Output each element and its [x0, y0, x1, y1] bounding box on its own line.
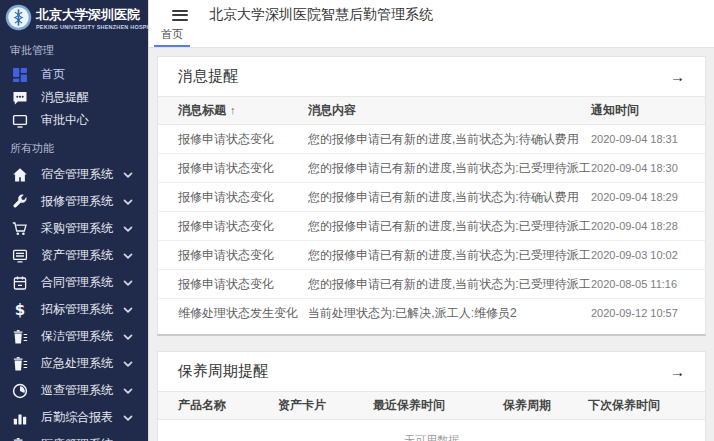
message-time-cell: 2020-09-03 10:02 — [591, 249, 685, 261]
chevron-down-icon — [122, 250, 134, 262]
calendar-icon — [12, 275, 28, 291]
trash-lines-icon — [12, 329, 28, 345]
cart-icon — [12, 221, 28, 237]
message-row[interactable]: 报修申请状态变化您的报修申请已有新的进度,当前状态为:待确认费用2020-09-… — [158, 183, 705, 212]
main-area: 北京大学深圳医院智慧后勤管理系统 首页 消息提醒 → 消息标题↑消息内容通知时间… — [148, 0, 714, 441]
column-header[interactable]: 消息标题↑ — [178, 102, 308, 119]
sidebar-item-logistics-report[interactable]: 后勤综合报表 — [0, 404, 148, 431]
sidebar-item-dormitory[interactable]: 宿舍管理系统 — [0, 161, 148, 188]
column-header[interactable]: 产品名称 — [178, 397, 278, 414]
message-row[interactable]: 报修申请状态变化您的报修申请已有新的进度,当前状态为:已受理待派工2020-09… — [158, 212, 705, 241]
message-title-cell: 报修申请状态变化 — [178, 189, 308, 206]
message-time-cell: 2020-09-04 18:29 — [591, 191, 685, 203]
bar-chart-icon — [12, 410, 28, 426]
chevron-down-icon — [122, 358, 134, 370]
hospital-emblem-icon — [5, 4, 32, 31]
message-content-cell: 您的报修申请已有新的进度,当前状态为:已受理待派工 — [308, 160, 591, 177]
sidebar-item-label: 首页 — [41, 66, 134, 83]
column-header[interactable]: 消息内容 — [308, 102, 591, 119]
message-panel: 消息提醒 → 消息标题↑消息内容通知时间 报修申请状态变化您的报修申请已有新的进… — [157, 56, 706, 336]
message-row[interactable]: 维修处理状态发生变化当前处理状态为:已解决,派工人:维修员22020-09-12… — [158, 299, 705, 327]
column-header[interactable]: 通知时间 — [591, 102, 685, 119]
sidebar-item-label: 报修管理系统 — [41, 193, 122, 210]
sidebar-item-repair[interactable]: 报修管理系统 — [0, 188, 148, 215]
sidebar-item-label: 巡查管理系统 — [41, 382, 122, 399]
message-time-cell: 2020-09-04 18:28 — [591, 220, 685, 232]
message-table-footer — [158, 327, 705, 334]
timer-icon — [12, 383, 28, 399]
svg-text:$: $ — [15, 302, 25, 318]
chevron-down-icon — [122, 223, 134, 235]
dollar-icon: $ — [12, 302, 28, 318]
maintenance-panel-title: 保养周期提醒 — [178, 362, 268, 381]
tab-bar: 首页 — [149, 30, 714, 48]
sidebar-item-label: 应急处理系统 — [41, 355, 122, 372]
sort-asc-icon: ↑ — [230, 104, 236, 116]
chevron-down-icon — [122, 169, 134, 181]
message-title-cell: 报修申请状态变化 — [178, 276, 308, 293]
message-time-cell: 2020-09-04 18:31 — [591, 133, 685, 145]
message-content-cell: 当前处理状态为:已解决,派工人:维修员2 — [308, 305, 591, 322]
column-header[interactable]: 资产卡片 — [278, 397, 373, 414]
hospital-name-block: 北京大学深圳医院 PEKING UNIVERSITY SHENZHEN HOSP… — [36, 6, 144, 30]
column-header[interactable]: 保养周期 — [503, 397, 588, 414]
empty-data-text: 无可用数据 — [158, 420, 705, 441]
message-title-cell: 报修申请状态变化 — [178, 218, 308, 235]
chevron-down-icon — [122, 277, 134, 289]
sidebar-item-bidding[interactable]: $招标管理系统 — [0, 296, 148, 323]
sidebar-item-medical-waste[interactable]: 医废管理系统 — [0, 431, 148, 441]
message-content-cell: 您的报修申请已有新的进度,当前状态为:已受理待派工 — [308, 276, 591, 293]
sidebar-item-label: 合同管理系统 — [41, 274, 122, 291]
message-row[interactable]: 报修申请状态变化您的报修申请已有新的进度,当前状态为:待确认费用2020-09-… — [158, 125, 705, 154]
message-row[interactable]: 报修申请状态变化您的报修申请已有新的进度,当前状态为:已受理待派工2020-08… — [158, 270, 705, 299]
trash-lines-icon — [12, 437, 28, 441]
hospital-name-en: PEKING UNIVERSITY SHENZHEN HOSPITAL — [36, 24, 144, 30]
content: 消息提醒 → 消息标题↑消息内容通知时间 报修申请状态变化您的报修申请已有新的进… — [149, 48, 714, 441]
sidebar-item-label: 宿舍管理系统 — [41, 166, 122, 183]
chevron-down-icon — [122, 385, 134, 397]
arrow-right-icon[interactable]: → — [670, 364, 685, 379]
message-content-cell: 您的报修申请已有新的进度,当前状态为:已受理待派工 — [308, 247, 591, 264]
tab-home[interactable]: 首页 — [154, 27, 190, 47]
maintenance-table-header: 产品名称资产卡片最近保养时间保养周期下次保养时间 — [158, 391, 705, 420]
message-row[interactable]: 报修申请状态变化您的报修申请已有新的进度,当前状态为:已受理待派工2020-09… — [158, 241, 705, 270]
sidebar-item-label: 医废管理系统 — [41, 436, 122, 441]
sidebar-item-home[interactable]: 首页 — [0, 63, 148, 86]
chevron-down-icon — [122, 412, 134, 424]
message-content-cell: 您的报修申请已有新的进度,当前状态为:待确认费用 — [308, 189, 591, 206]
sidebar-item-cleaning[interactable]: 保洁管理系统 — [0, 323, 148, 350]
maintenance-panel-header: 保养周期提醒 → — [158, 352, 705, 391]
message-time-cell: 2020-09-04 18:30 — [591, 162, 685, 174]
sidebar-item-message-reminder[interactable]: 消息提醒 — [0, 86, 148, 109]
asset-screen-icon — [12, 248, 28, 264]
app-window: 北京大学深圳医院 PEKING UNIVERSITY SHENZHEN HOSP… — [0, 0, 714, 441]
sidebar-item-approval-center[interactable]: 审批中心 — [0, 109, 148, 132]
sidebar-item-procurement[interactable]: 采购管理系统 — [0, 215, 148, 242]
hamburger-icon[interactable] — [172, 10, 188, 21]
sidebar-item-label: 审批中心 — [41, 112, 134, 129]
home-icon — [12, 167, 28, 183]
hospital-logo: 北京大学深圳医院 PEKING UNIVERSITY SHENZHEN HOSP… — [0, 0, 148, 34]
column-header[interactable]: 最近保养时间 — [373, 397, 503, 414]
sidebar-item-label: 消息提醒 — [41, 89, 134, 106]
sidebar-item-contract[interactable]: 合同管理系统 — [0, 269, 148, 296]
message-panel-header: 消息提醒 → — [158, 57, 705, 96]
message-time-cell: 2020-09-12 10:57 — [591, 307, 685, 319]
sidebar-item-emergency[interactable]: 应急处理系统 — [0, 350, 148, 377]
message-content-cell: 您的报修申请已有新的进度,当前状态为:已受理待派工 — [308, 218, 591, 235]
message-title-cell: 维修处理状态发生变化 — [178, 305, 308, 322]
hospital-name: 北京大学深圳医院 — [36, 6, 144, 24]
message-title-cell: 报修申请状态变化 — [178, 131, 308, 148]
sidebar-section-label: 审批管理 — [0, 34, 148, 63]
sidebar-item-inspection[interactable]: 巡查管理系统 — [0, 377, 148, 404]
message-row[interactable]: 报修申请状态变化您的报修申请已有新的进度,当前状态为:已受理待派工2020-09… — [158, 154, 705, 183]
message-table-header: 消息标题↑消息内容通知时间 — [158, 96, 705, 125]
sidebar-menu: 审批管理首页消息提醒审批中心所有功能宿舍管理系统报修管理系统采购管理系统资产管理… — [0, 34, 148, 441]
column-header[interactable]: 下次保养时间 — [588, 397, 685, 414]
wrench-icon — [12, 194, 28, 210]
sidebar-item-label: 资产管理系统 — [41, 247, 122, 264]
arrow-right-icon[interactable]: → — [670, 69, 685, 84]
message-content-cell: 您的报修申请已有新的进度,当前状态为:待确认费用 — [308, 131, 591, 148]
chevron-down-icon — [122, 331, 134, 343]
sidebar-item-asset[interactable]: 资产管理系统 — [0, 242, 148, 269]
